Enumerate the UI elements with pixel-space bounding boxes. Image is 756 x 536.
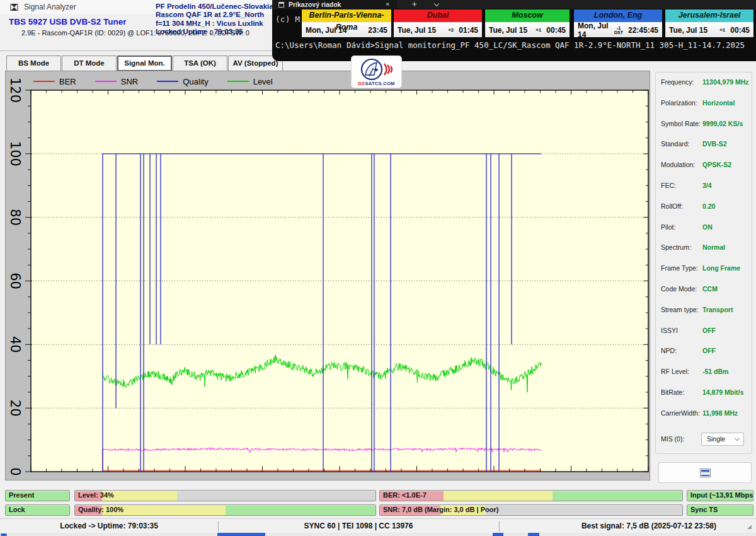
clock-body: Tue, Jul 15+201:45 bbox=[394, 22, 482, 37]
clock-offset-value: -1 bbox=[616, 26, 621, 30]
tuner-title: TBS 5927 USB DVB-S2 Tuner bbox=[9, 17, 127, 26]
mis-dropdown[interactable]: Single bbox=[701, 433, 744, 446]
param-row-frame-type: Frame Type:Long Frame bbox=[656, 262, 752, 276]
indicator-label: Sync TS bbox=[690, 506, 718, 513]
indicator-bar-snr: SNR: 7,0 dB (Margin: 3,0 dB | Poor) bbox=[379, 504, 683, 516]
param-row-frequency: Frequency:11304,979 MHz bbox=[656, 76, 752, 90]
clock-date: Tue, Jul 15 bbox=[669, 26, 719, 35]
param-row-standard: Standard:DVB-S2 bbox=[656, 138, 752, 152]
statusbar: Locked -> Uptime: 79:03:35 SYNC 60 | TEI… bbox=[0, 518, 756, 533]
logo-text: DXSATCS.COM bbox=[352, 81, 401, 86]
params-panel: Frequency:11304,979 MHzPolarization:Hori… bbox=[653, 71, 756, 481]
clock-time: 01:45 bbox=[459, 26, 478, 35]
chevron-down-icon[interactable] bbox=[434, 1, 439, 6]
console-tab-title: Príkazový riadok bbox=[289, 1, 341, 8]
indicator-label: Present bbox=[9, 491, 34, 499]
indicator-bar-present: Present bbox=[5, 490, 70, 501]
mis-label: MIS (0): bbox=[661, 435, 684, 443]
param-row-symbol-rate: Symbol Rate:9999,02 KS/s bbox=[656, 118, 752, 132]
indicator-label: Quality: 100% bbox=[78, 506, 123, 513]
svg-text:20: 20 bbox=[8, 400, 23, 417]
satellite-info-block: PF Prodelin 450/Lučenec-SlovakiaRascom Q… bbox=[156, 3, 275, 37]
taskbar-fragment bbox=[1, 533, 7, 536]
param-label: Code Mode: bbox=[661, 285, 697, 293]
signal-chart: 020406080100120 bbox=[6, 71, 651, 481]
legend-quality-swatch bbox=[157, 81, 178, 82]
legend-level-swatch bbox=[227, 81, 249, 82]
console-copyright-fragment: (c) Mi bbox=[275, 15, 305, 24]
legend-label: Level bbox=[253, 77, 273, 86]
clock-body: Tue, Jul 15+100:45 bbox=[485, 22, 570, 37]
clock-city-label: Moscow bbox=[485, 9, 570, 22]
param-value: QPSK-S2 bbox=[702, 161, 731, 168]
indicator-bar-lock: Lock bbox=[5, 504, 70, 516]
taskbar-edge bbox=[0, 533, 756, 536]
clock-offset-value: +2 bbox=[448, 28, 454, 32]
clock-time: 23:45 bbox=[368, 26, 387, 35]
clock-jerusalem-israel: Jerusalem-IsraelTue, Jul 15+100:45 bbox=[665, 9, 754, 38]
clock-london-eng: London, EngMon, Jul 14-1DST22:45:45 bbox=[573, 9, 663, 38]
taskbar-fragment bbox=[528, 533, 539, 536]
legend-snr-swatch bbox=[95, 81, 117, 82]
app-icon bbox=[10, 3, 18, 11]
tab-bs-mode[interactable]: BS Mode bbox=[6, 55, 61, 71]
indicator-bar-syncts: Sync TS bbox=[687, 504, 753, 516]
clock-city-label: Jerusalem-Israel bbox=[665, 9, 753, 22]
terminal-icon bbox=[278, 2, 284, 8]
legend-item-snr: SNR bbox=[95, 77, 138, 86]
param-value: 3/4 bbox=[702, 182, 712, 189]
param-value: Horizontal bbox=[702, 99, 735, 107]
chevron-down-icon bbox=[735, 436, 740, 441]
clock-time: 22:45:45 bbox=[628, 26, 658, 35]
transport-stream-button[interactable] bbox=[658, 462, 752, 483]
clock-offset-value: +1 bbox=[536, 28, 541, 32]
clock-body: Tue, Jul 15+100:45 bbox=[665, 22, 753, 37]
clock-offset-label: DST bbox=[614, 30, 623, 35]
statusbar-separator bbox=[499, 521, 500, 532]
clock-utc-offset: -1DST bbox=[614, 26, 623, 35]
svg-text:40: 40 bbox=[8, 336, 23, 353]
satellite-dish-icon bbox=[358, 57, 396, 81]
info-line: f=11 304 MHz_H : Vicus Luxlink bbox=[156, 20, 275, 28]
clock-date: Mon, Jul 14 bbox=[306, 26, 368, 35]
legend-label: BER bbox=[59, 77, 76, 86]
param-value: 11,998 MHz bbox=[702, 409, 738, 417]
legend-label: Quality bbox=[183, 77, 208, 86]
indicator-bar-level: Level: 34% bbox=[74, 490, 376, 501]
param-value: ON bbox=[702, 223, 713, 231]
legend-label: SNR bbox=[121, 77, 138, 86]
param-value: Transport bbox=[702, 306, 733, 313]
indicator-bar-ber: BER: <1.0E-7 bbox=[379, 490, 683, 501]
tab-dt-mode[interactable]: DT Mode bbox=[62, 55, 117, 71]
param-value: 14,879 Mbit/s bbox=[702, 388, 743, 396]
new-tab-button[interactable]: + bbox=[412, 0, 417, 9]
taskbar-fragment bbox=[493, 533, 503, 536]
console-tab[interactable]: Príkazový riadok × bbox=[273, 0, 397, 9]
resize-grip[interactable]: ◢ bbox=[747, 523, 755, 530]
param-label: Frame Type: bbox=[661, 264, 698, 272]
screen: { "app": { "window_title": "Signal Analy… bbox=[0, 0, 756, 536]
mis-selected-value: Single bbox=[707, 435, 725, 443]
param-row-code-mode: Code Mode:CCM bbox=[656, 283, 752, 297]
close-icon[interactable]: × bbox=[386, 0, 390, 8]
indicator-label: Level: 34% bbox=[78, 491, 114, 499]
mis-row: MIS (0): Single bbox=[656, 432, 752, 447]
taskbar-fragment bbox=[217, 533, 265, 536]
param-value: -51 dBm bbox=[702, 368, 728, 375]
param-value: CCM bbox=[702, 285, 718, 293]
param-label: FEC: bbox=[661, 182, 676, 189]
clock-date: Mon, Jul 14 bbox=[578, 21, 614, 39]
param-value: DVB-S2 bbox=[702, 140, 727, 148]
console-titlebar: Príkazový riadok × + bbox=[272, 0, 756, 9]
clock-moscow: MoscowTue, Jul 15+100:45 bbox=[484, 9, 570, 38]
console-window: Príkazový riadok × + (c) Mi C:\Users\Rom… bbox=[272, 0, 756, 61]
tab-tsa-ok[interactable]: TSA (OK) bbox=[173, 55, 227, 71]
svg-text:0: 0 bbox=[8, 467, 23, 475]
param-value: Long Frame bbox=[702, 264, 740, 272]
param-label: Frequency: bbox=[661, 78, 694, 86]
param-label: Stream type: bbox=[661, 306, 699, 313]
info-line: Rascom QAF 1R at 2.9°E_North bbox=[156, 11, 275, 19]
tab-signal-mon[interactable]: Signal Mon. bbox=[117, 55, 172, 71]
param-label: Modulation: bbox=[661, 161, 695, 168]
param-row-npd: NPD:OFF bbox=[656, 345, 752, 359]
